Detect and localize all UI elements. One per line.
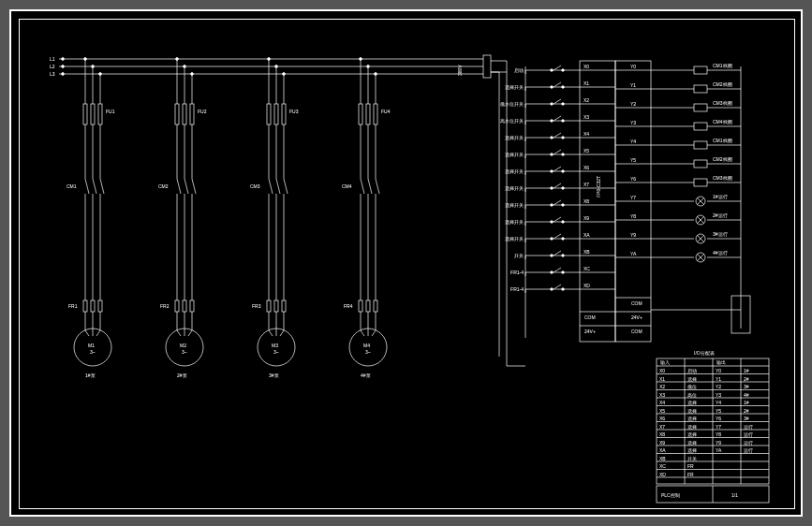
io-cell: XC (659, 463, 666, 469)
io-cell: X6 (659, 416, 665, 421)
io-cell: 选择 (687, 408, 697, 414)
relay-label: FR2 (160, 303, 170, 309)
svg-rect-104 (366, 300, 370, 312)
io-cell: X7 (659, 424, 665, 430)
svg-point-5 (62, 73, 65, 76)
svg-rect-52 (190, 104, 194, 124)
switch-icon (554, 167, 561, 171)
io-cell: Y5 (716, 408, 721, 414)
output-load: CM2线圈 (713, 81, 732, 87)
svg-rect-84 (282, 300, 286, 312)
io-cell: Y1 (716, 376, 721, 382)
svg-text:3~: 3~ (182, 349, 187, 355)
svg-rect-16 (91, 104, 95, 124)
svg-point-193 (562, 271, 565, 274)
io-cell: 选择 (687, 416, 697, 421)
switch-icon (554, 66, 561, 70)
title-proj: PLC控制 (661, 492, 680, 498)
motor-id: M3 (272, 343, 278, 348)
switch-icon (554, 200, 561, 205)
io-cell: Y6 (716, 416, 721, 421)
coil-symbol (694, 141, 707, 149)
io-cell: 1# (744, 400, 749, 405)
svg-point-133 (562, 69, 565, 72)
input-term: X4 (583, 131, 589, 137)
output-load: 2#运行 (713, 212, 728, 218)
io-cell: XA (659, 447, 666, 453)
output-load: CM3线圈 (713, 100, 732, 106)
io-cell: X8 (659, 431, 665, 437)
plc-model-label: FP0-C32T (596, 176, 601, 197)
io-cell: 2# (744, 408, 749, 414)
coil-symbol (694, 66, 707, 74)
output-term: Y4 (630, 139, 636, 144)
io-cell: 2# (744, 376, 749, 382)
output-term: Y7 (630, 195, 636, 200)
output-term: Y1 (630, 82, 636, 88)
svg-line-89 (280, 330, 284, 336)
contactor-label: CM2 (158, 183, 169, 189)
voltage-label: 380V (457, 65, 463, 76)
plc-24v-in: 24V+ (584, 329, 596, 334)
plc-com-out1: COM (631, 300, 642, 306)
io-cell: Y9 (716, 440, 721, 446)
schematic-canvas: L1 L2 L3 380V FU1CM1FR1M13~1#泵FU2CM2FR2M… (20, 20, 794, 508)
plc-module: FP0-C32T X0启动X1选择开关X2低水位开关X3高水位开关X4选择开关X… (500, 61, 651, 342)
io-cell: XD (659, 472, 666, 477)
input-signal: FR1-4 (510, 286, 524, 292)
svg-text:3~: 3~ (273, 349, 279, 355)
contactor-label: CM4 (342, 183, 352, 189)
io-cell: Y4 (716, 400, 721, 405)
output-load: CM4线圈 (713, 119, 732, 124)
svg-point-192 (551, 271, 554, 274)
input-term: X1 (583, 80, 589, 86)
input-term: X6 (583, 165, 589, 170)
output-load: 4#运行 (713, 250, 728, 256)
svg-line-87 (269, 330, 273, 336)
io-cell: YA (716, 447, 722, 453)
power-lines: L1 L2 L3 380V (50, 56, 474, 77)
input-signal: 高水位开关 (500, 118, 524, 124)
svg-point-182 (551, 238, 554, 241)
io-cell: Y7 (716, 424, 721, 430)
svg-line-54 (192, 179, 196, 194)
svg-point-3 (62, 58, 65, 61)
io-cell: Y8 (716, 431, 721, 437)
contactor-label: CM3 (250, 183, 260, 189)
io-allocation-table: I/O分配表 输入输出X0启动Y01#X1选择Y12#X2低位Y23#X3高位Y… (657, 350, 769, 484)
output-term: Y0 (630, 64, 636, 69)
svg-rect-44 (183, 104, 186, 124)
branch-4: FU4CM4FR4M43~4#泵 (342, 58, 391, 378)
io-cell: 运行 (744, 447, 753, 453)
svg-rect-112 (374, 300, 377, 312)
switch-icon (554, 251, 561, 256)
coil-symbol (694, 160, 707, 168)
input-term: X3 (583, 114, 589, 120)
svg-rect-92 (359, 104, 362, 124)
io-cell: FR (687, 463, 694, 469)
svg-point-178 (562, 221, 565, 224)
motor-label: 3#泵 (269, 373, 279, 378)
io-cell: Y2 (716, 384, 721, 389)
coil-symbol (694, 179, 707, 186)
svg-point-147 (551, 120, 554, 123)
svg-rect-8 (83, 104, 87, 124)
io-cell: 选择 (687, 400, 697, 405)
svg-rect-64 (267, 104, 271, 124)
switch-icon (554, 183, 561, 188)
input-signal: 选择开关 (505, 219, 524, 225)
switch-icon (554, 234, 561, 239)
svg-point-167 (551, 187, 554, 190)
io-cell: 选择 (687, 431, 697, 437)
svg-point-187 (551, 255, 554, 257)
svg-line-46 (185, 179, 188, 194)
input-term: X7 (583, 182, 589, 187)
svg-point-162 (551, 170, 554, 173)
svg-rect-80 (282, 104, 286, 124)
input-term: X0 (583, 64, 589, 69)
svg-point-152 (551, 137, 554, 139)
svg-line-10 (85, 179, 89, 194)
svg-point-197 (551, 288, 554, 291)
output-term: Y3 (630, 120, 636, 125)
input-signal: 开关 (514, 253, 524, 258)
